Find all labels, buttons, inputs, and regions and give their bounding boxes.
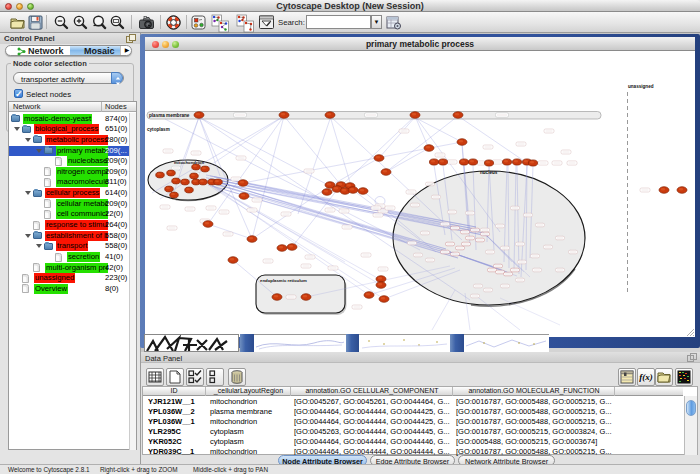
svg-text:cytoplasm: cytoplasm	[147, 127, 170, 132]
svg-text:plasma membrane: plasma membrane	[149, 113, 190, 118]
svg-text:nucleus: nucleus	[480, 170, 498, 175]
svg-text:mitochondrion: mitochondrion	[174, 160, 204, 165]
svg-text:unassigned: unassigned	[628, 84, 654, 89]
svg-text:endoplasmic reticulum: endoplasmic reticulum	[260, 278, 307, 283]
